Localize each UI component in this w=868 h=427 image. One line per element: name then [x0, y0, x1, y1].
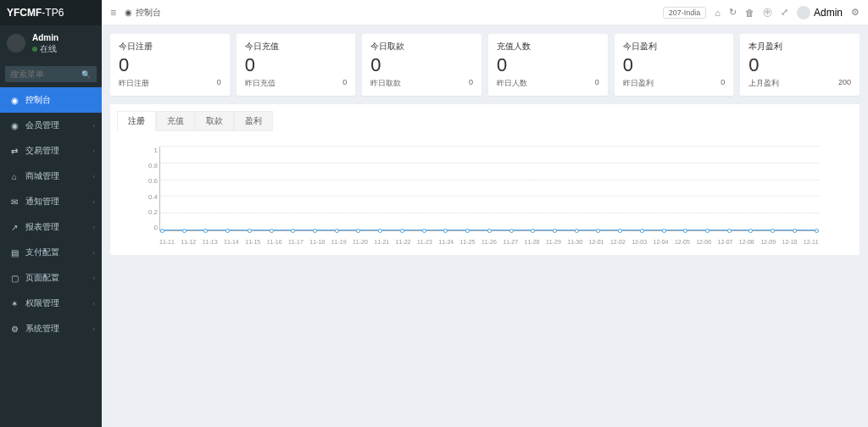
home-icon[interactable]: ⌂ — [715, 8, 721, 18]
data-point[interactable] — [422, 229, 426, 233]
data-point[interactable] — [640, 229, 644, 233]
topbar-user[interactable]: Admin — [797, 6, 843, 19]
sidebar-item-权限管理[interactable]: ✶权限管理‹ — [0, 291, 102, 316]
search-button[interactable]: 🔍 — [75, 66, 97, 82]
stat-value: 0 — [119, 54, 221, 76]
user-name: Admin — [32, 32, 58, 43]
search-input[interactable] — [5, 66, 75, 82]
data-point[interactable] — [400, 229, 404, 233]
sidebar-item-支付配置[interactable]: ▤支付配置‹ — [0, 240, 102, 265]
nav-icon: ◉ — [8, 121, 20, 130]
data-point[interactable] — [531, 229, 535, 233]
nav-label: 页面配置 — [25, 272, 59, 284]
stat-value: 0 — [370, 54, 473, 76]
data-point[interactable] — [662, 229, 666, 233]
stat-sub-value: 0 — [342, 78, 347, 89]
data-point[interactable] — [705, 229, 709, 233]
nav-label: 会员管理 — [25, 119, 59, 131]
tab-注册[interactable]: 注册 — [117, 111, 156, 131]
stat-sub-value: 0 — [595, 78, 599, 89]
trash-icon[interactable]: 🗑 — [745, 8, 754, 18]
data-point[interactable] — [575, 229, 579, 233]
data-point[interactable] — [487, 229, 492, 233]
sidebar-item-页面配置[interactable]: ▢页面配置‹ — [0, 265, 102, 291]
data-point[interactable] — [203, 229, 208, 233]
chevron-left-icon: ‹ — [92, 122, 95, 130]
chevron-left-icon: ‹ — [92, 224, 95, 231]
chevron-left-icon: ‹ — [92, 274, 95, 282]
stat-sub-label: 昨日盈利 — [623, 78, 654, 89]
nav-icon: ✶ — [8, 299, 20, 308]
stat-card: 今日取款0昨日取款0 — [362, 34, 481, 96]
sidebar-item-控制台[interactable]: ◉控制台 — [0, 87, 102, 113]
data-point[interactable] — [270, 229, 274, 233]
sidebar: YFCMF-TP6 Admin 在线 🔍 ◉控制台◉会员管理‹⇄交易管理‹⌂商城… — [0, 0, 102, 427]
plot-area — [159, 147, 819, 231]
stat-title: 本月盈利 — [748, 41, 851, 53]
lang-icon[interactable]: ㊥ — [763, 6, 772, 19]
stat-sub-label: 昨日取款 — [370, 78, 401, 89]
data-point[interactable] — [160, 229, 164, 233]
stat-sub-value: 0 — [469, 78, 473, 89]
topbar: ≡ ◉ 控制台 207-India ⌂ ↻ 🗑 ㊥ ⤢ Admin ⚙ — [102, 0, 868, 25]
data-point[interactable] — [793, 229, 797, 233]
data-point[interactable] — [727, 229, 732, 233]
nav-label: 交易管理 — [25, 145, 59, 157]
sidebar-item-通知管理[interactable]: ✉通知管理‹ — [0, 189, 102, 214]
nav-label: 报表管理 — [25, 221, 59, 233]
tab-盈利[interactable]: 盈利 — [234, 111, 273, 131]
stat-sub-value: 200 — [838, 78, 851, 89]
data-point[interactable] — [225, 229, 230, 233]
sidebar-item-交易管理[interactable]: ⇄交易管理‹ — [0, 138, 102, 164]
fullscreen-icon[interactable]: ⤢ — [781, 7, 788, 18]
stat-sub-label: 上月盈利 — [748, 78, 779, 89]
stat-sub-label: 昨日注册 — [119, 78, 149, 89]
data-point[interactable] — [182, 229, 186, 233]
chevron-left-icon: ‹ — [92, 198, 95, 206]
region-badge[interactable]: 207-India — [663, 7, 707, 19]
data-point[interactable] — [815, 229, 819, 233]
refresh-icon[interactable]: ↻ — [729, 7, 737, 18]
data-point[interactable] — [509, 229, 514, 233]
nav-icon: ↗ — [8, 223, 20, 232]
sidebar-item-会员管理[interactable]: ◉会员管理‹ — [0, 113, 102, 138]
data-point[interactable] — [618, 229, 622, 233]
chevron-left-icon: ‹ — [92, 325, 95, 333]
stat-title: 充值人数 — [497, 41, 599, 53]
gears-icon[interactable]: ⚙ — [851, 7, 860, 18]
sidebar-item-报表管理[interactable]: ↗报表管理‹ — [0, 214, 102, 240]
nav-icon: ⇄ — [8, 147, 20, 156]
data-point[interactable] — [356, 229, 360, 233]
stat-title: 今日盈利 — [623, 41, 726, 53]
sidebar-item-系统管理[interactable]: ⚙系统管理‹ — [0, 316, 102, 341]
tab-取款[interactable]: 取款 — [195, 111, 234, 131]
tab-充值[interactable]: 充值 — [156, 111, 195, 131]
search-box: 🔍 — [0, 61, 102, 87]
data-point[interactable] — [313, 229, 317, 233]
sidebar-item-商城管理[interactable]: ⌂商城管理‹ — [0, 164, 102, 189]
nav-icon: ⚙ — [8, 324, 20, 334]
chevron-left-icon: ‹ — [92, 173, 95, 180]
data-point[interactable] — [378, 229, 382, 233]
data-point[interactable] — [553, 229, 557, 233]
data-point[interactable] — [748, 229, 753, 233]
brand-logo: YFCMF-TP6 — [0, 0, 102, 25]
nav-icon: ✉ — [8, 197, 20, 207]
data-point[interactable] — [248, 229, 252, 233]
hamburger-icon[interactable]: ≡ — [110, 7, 116, 19]
data-point[interactable] — [465, 229, 470, 233]
data-point[interactable] — [596, 229, 600, 233]
stat-sub-value: 0 — [217, 78, 221, 89]
chevron-left-icon: ‹ — [92, 249, 95, 257]
data-point[interactable] — [443, 229, 448, 233]
data-point[interactable] — [335, 229, 339, 233]
stat-value: 0 — [497, 54, 599, 76]
chart-card: 注册充值取款盈利 10.80.60.40.20 11-1111-1211-131… — [110, 104, 860, 255]
data-point[interactable] — [291, 229, 295, 233]
nav-icon: ▤ — [8, 248, 20, 258]
data-point[interactable] — [683, 229, 687, 233]
nav-label: 权限管理 — [25, 297, 59, 309]
user-status: 在线 — [32, 43, 58, 54]
stat-sub-value: 0 — [721, 78, 725, 89]
data-point[interactable] — [771, 229, 775, 233]
